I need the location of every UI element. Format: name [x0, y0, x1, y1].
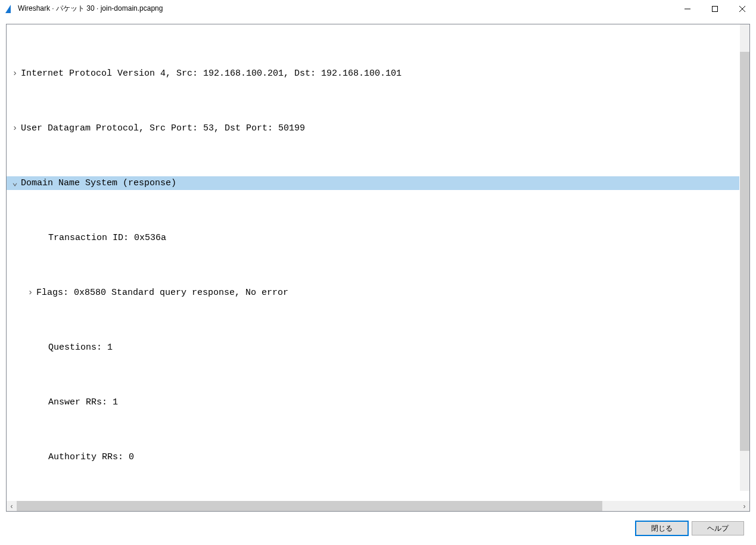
- window-controls: [674, 0, 756, 18]
- tree-text: Authority RRs: 0: [48, 450, 745, 464]
- dialog-button-bar: 閉じる ヘルプ: [6, 512, 750, 545]
- tree-text: User Datagram Protocol, Src Port: 53, Ds…: [21, 122, 745, 135]
- tree-text: Flags: 0x8580 Standard query response, N…: [36, 286, 745, 300]
- collapse-icon[interactable]: [9, 176, 21, 190]
- tree-row-flags[interactable]: Flags: 0x8580 Standard query response, N…: [7, 286, 749, 300]
- help-button[interactable]: ヘルプ: [692, 521, 744, 535]
- tree-row-questions[interactable]: Questions: 1: [7, 341, 749, 354]
- maximize-button[interactable]: [701, 0, 729, 18]
- tree-row-ip[interactable]: Internet Protocol Version 4, Src: 192.16…: [7, 67, 749, 80]
- svg-marker-0: [5, 5, 11, 13]
- tree-row-authority-rrs[interactable]: Authority RRs: 0: [7, 450, 749, 464]
- window-title: Wireshark · パケット 30 · join-domain.pcapng: [18, 4, 674, 14]
- tree-row-dns[interactable]: Domain Name System (response): [7, 176, 749, 190]
- tree-text: Domain Name System (response): [21, 176, 745, 190]
- tree-row-udp[interactable]: User Datagram Protocol, Src Port: 53, Ds…: [7, 122, 749, 135]
- expand-icon[interactable]: [24, 286, 36, 300]
- scroll-left-icon[interactable]: ‹: [7, 502, 17, 510]
- tree-text: Internet Protocol Version 4, Src: 192.16…: [21, 67, 745, 80]
- expand-icon[interactable]: [9, 122, 21, 135]
- tree-text: Questions: 1: [48, 341, 745, 354]
- scroll-right-icon[interactable]: ›: [739, 502, 749, 510]
- horizontal-scrollbar[interactable]: ‹ ›: [7, 501, 749, 511]
- tree-row-answer-rrs[interactable]: Answer RRs: 1: [7, 395, 749, 409]
- minimize-button[interactable]: [674, 0, 701, 18]
- close-button[interactable]: 閉じる: [636, 521, 688, 535]
- content-area: Internet Protocol Version 4, Src: 192.16…: [0, 18, 756, 545]
- tree-row-txid[interactable]: Transaction ID: 0x536a: [7, 231, 749, 245]
- title-bar: Wireshark · パケット 30 · join-domain.pcapng: [0, 0, 756, 18]
- horizontal-scrollbar-thumb[interactable]: [17, 501, 602, 511]
- tree-text: Answer RRs: 1: [48, 395, 745, 409]
- svg-rect-2: [713, 6, 718, 11]
- close-window-button[interactable]: [729, 0, 756, 18]
- packet-details-tree[interactable]: Internet Protocol Version 4, Src: 192.16…: [6, 24, 750, 512]
- vertical-scrollbar-thumb[interactable]: [740, 52, 749, 451]
- app-icon: [5, 4, 14, 14]
- expand-icon[interactable]: [9, 67, 21, 80]
- tree-text: Transaction ID: 0x536a: [48, 231, 745, 245]
- horizontal-scrollbar-track[interactable]: [17, 501, 739, 511]
- vertical-scrollbar[interactable]: [739, 24, 749, 491]
